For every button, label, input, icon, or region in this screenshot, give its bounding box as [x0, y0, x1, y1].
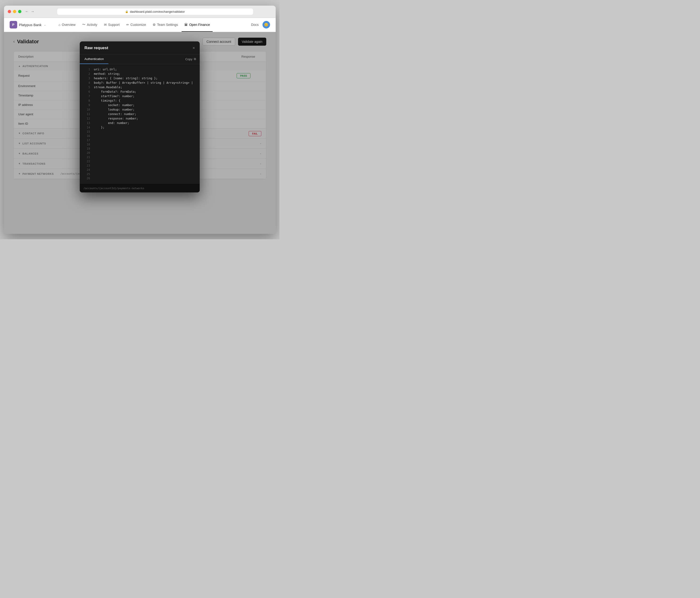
code-line: 13 end: number; — [80, 121, 200, 125]
copy-icon: ⧉ — [194, 57, 196, 61]
code-line: 22 — [80, 159, 200, 164]
nav-item-customize[interactable]: ✏ Customize — [124, 21, 149, 28]
close-window-button[interactable] — [8, 10, 11, 13]
code-line: 3 headers: { [name: string]: string }; — [80, 76, 200, 80]
code-line: 6 formData?: FormData; — [80, 90, 200, 94]
code-line: 16 — [80, 134, 200, 138]
main-content: ‹ Validator Connect account Validate aga… — [4, 32, 276, 234]
nav-label-support: Support — [108, 23, 120, 27]
window-controls — [8, 10, 21, 13]
browser-window: ← → 🔒 dashboard.plaid.com/exchange/valid… — [4, 6, 276, 234]
modal-tabs: Authentication Copy ⧉ — [80, 54, 200, 64]
code-line: 1 uri: url.Url; — [80, 67, 200, 72]
nav-items: ⌂ Overview 〜 Activity ✉ Support ✏ Custom… — [55, 21, 251, 29]
modal-close-button[interactable]: × — [193, 46, 195, 50]
code-line: 23 — [80, 164, 200, 168]
code-line: 25 — [80, 172, 200, 176]
code-line: 9 socket: number; — [80, 103, 200, 107]
nav-item-team-settings[interactable]: ⚙ Team Settings — [150, 21, 181, 28]
code-area[interactable]: 1 uri: url.Url; 2 method: string; 3 head… — [80, 64, 200, 183]
code-line: 20 — [80, 151, 200, 155]
footer-url: /accounts/{accountId}/payments-networks — [83, 187, 144, 190]
copy-label: Copy — [185, 57, 193, 61]
copy-button[interactable]: Copy ⧉ — [181, 54, 200, 64]
browser-nav-arrows: ← → — [25, 9, 34, 14]
logo-icon: P — [10, 21, 17, 28]
code-line: 8 timings?: { — [80, 98, 200, 103]
title-bar: ← → 🔒 dashboard.plaid.com/exchange/valid… — [4, 6, 276, 18]
customize-icon: ✏ — [126, 23, 129, 27]
nav-item-overview[interactable]: ⌂ Overview — [55, 21, 78, 28]
nav-label-activity: Activity — [87, 23, 97, 27]
app-logo[interactable]: P Platypus Bank ⌄ — [10, 21, 46, 28]
code-line: 21 — [80, 155, 200, 159]
modal-title-bar: Raw request × — [80, 42, 200, 54]
modal-overlay[interactable]: Raw request × Authentication Copy ⧉ 1 ur… — [4, 32, 276, 234]
code-line: 7 startTime?: number; — [80, 94, 200, 98]
modal-title: Raw request — [84, 46, 108, 50]
code-line: 2 method: string; — [80, 72, 200, 76]
nav-item-activity[interactable]: 〜 Activity — [79, 21, 100, 29]
modal-footer: /accounts/{accountId}/payments-networks — [80, 183, 200, 193]
code-line: 17 — [80, 138, 200, 142]
nav-label-customize: Customize — [130, 23, 146, 27]
code-line: 10 lookup: number; — [80, 107, 200, 112]
nav-right: Docs 😊 — [251, 21, 270, 28]
raw-request-modal: Raw request × Authentication Copy ⧉ 1 ur… — [80, 42, 200, 193]
code-line: 14 }; — [80, 125, 200, 130]
company-caret-icon: ⌄ — [44, 23, 46, 26]
code-line: 19 — [80, 147, 200, 151]
nav-label-open-finance: Open Finance — [189, 23, 210, 27]
nav-item-support[interactable]: ✉ Support — [101, 21, 123, 28]
company-name: Platypus Bank — [19, 23, 42, 27]
code-line: 18 — [80, 142, 200, 147]
docs-link[interactable]: Docs — [251, 23, 259, 27]
nav-label-overview: Overview — [62, 23, 75, 27]
code-line: 4 body?: Buffer | Array<Buffer> | string… — [80, 80, 200, 85]
address-bar[interactable]: 🔒 dashboard.plaid.com/exchange/validator — [57, 8, 253, 15]
code-line: 26 — [80, 176, 200, 180]
code-line: 5 stream.Readable; — [80, 85, 200, 90]
code-line: 11 connect: number; — [80, 112, 200, 116]
code-line: 12 response: number; — [80, 116, 200, 121]
team-settings-icon: ⚙ — [153, 23, 156, 27]
minimize-window-button[interactable] — [13, 10, 16, 13]
url-text: dashboard.plaid.com/exchange/validator — [130, 10, 185, 14]
open-finance-icon: 🏛 — [184, 23, 188, 27]
support-icon: ✉ — [104, 23, 107, 27]
code-line: 24 — [80, 168, 200, 172]
nav-label-team-settings: Team Settings — [157, 23, 178, 27]
app-nav: P Platypus Bank ⌄ ⌂ Overview 〜 Activity … — [4, 18, 276, 32]
back-arrow-button[interactable]: ← — [25, 9, 29, 14]
lock-icon: 🔒 — [125, 10, 128, 13]
user-avatar[interactable]: 😊 — [262, 21, 270, 28]
forward-arrow-button[interactable]: → — [31, 9, 34, 14]
activity-icon: 〜 — [82, 23, 85, 27]
nav-item-open-finance[interactable]: 🏛 Open Finance — [181, 21, 212, 28]
overview-icon: ⌂ — [58, 23, 60, 27]
modal-tab-authentication[interactable]: Authentication — [80, 54, 108, 64]
maximize-window-button[interactable] — [18, 10, 21, 13]
code-line: 15 — [80, 130, 200, 134]
